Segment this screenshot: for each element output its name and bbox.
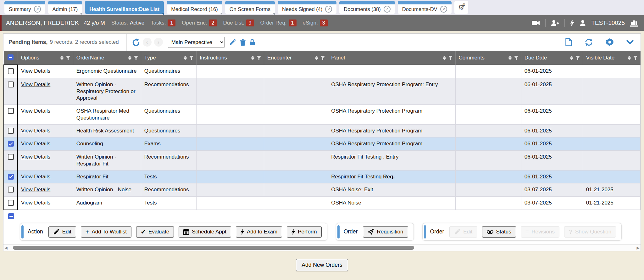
evaluate-button[interactable]: ✔Evaluate bbox=[136, 226, 174, 238]
collapse-chevron-icon[interactable] bbox=[626, 40, 634, 44]
column-header-type[interactable]: Type bbox=[141, 51, 196, 65]
view-details-link[interactable]: View Details bbox=[21, 141, 50, 147]
type-cell: Tests bbox=[141, 170, 196, 183]
sort-icon[interactable] bbox=[128, 56, 131, 60]
bar-chart-icon[interactable] bbox=[630, 19, 638, 27]
open-in-new-icon[interactable]: ↗ bbox=[384, 6, 391, 13]
comments-cell bbox=[455, 65, 521, 78]
counter-badge[interactable]: 1 bbox=[289, 20, 297, 26]
edit-button[interactable]: Edit bbox=[48, 226, 76, 238]
lock-perspective-icon[interactable] bbox=[250, 39, 255, 46]
tab-documents-38[interactable]: Documents (38)↗ bbox=[339, 1, 395, 14]
row-checkbox[interactable] bbox=[8, 141, 14, 147]
counter-badge[interactable]: 1 bbox=[168, 20, 175, 26]
prev-perspective-icon[interactable]: ‹ bbox=[143, 38, 152, 47]
tab-needs-signed-4[interactable]: Needs Signed (4)↗ bbox=[278, 1, 336, 14]
row-checkbox[interactable] bbox=[8, 187, 14, 193]
patient-name: ANDERSON, FREDERICK bbox=[6, 20, 79, 26]
view-details-link[interactable]: View Details bbox=[21, 154, 50, 160]
schedule-appt-button[interactable]: Schedule Appt bbox=[179, 226, 231, 238]
column-header-ordername[interactable]: OrderName bbox=[73, 51, 141, 65]
tab-summary[interactable]: Summary↗ bbox=[4, 1, 45, 14]
filter-icon[interactable] bbox=[134, 56, 138, 60]
edit-perspective-icon[interactable] bbox=[230, 39, 236, 45]
column-header-due-date[interactable]: Due Date bbox=[521, 51, 583, 65]
column-header-comments[interactable]: Comments bbox=[455, 51, 521, 65]
counter-badge[interactable]: 3 bbox=[320, 20, 328, 26]
open-in-new-icon[interactable]: ↗ bbox=[34, 6, 41, 13]
filter-icon[interactable] bbox=[189, 56, 194, 60]
column-header-panel[interactable]: Panel bbox=[328, 51, 455, 65]
counter-badge[interactable]: 2 bbox=[209, 20, 217, 26]
view-details-link[interactable]: View Details bbox=[21, 128, 50, 134]
open-in-new-icon[interactable]: ↗ bbox=[325, 6, 332, 13]
filter-icon[interactable] bbox=[514, 56, 519, 60]
status-button[interactable]: Status bbox=[482, 226, 516, 238]
view-details-link[interactable]: View Details bbox=[21, 174, 50, 180]
delete-perspective-icon[interactable] bbox=[240, 39, 246, 46]
filter-icon[interactable] bbox=[320, 56, 325, 60]
next-perspective-icon[interactable]: › bbox=[154, 38, 163, 47]
comments-cell bbox=[455, 105, 521, 125]
sort-icon[interactable] bbox=[570, 56, 573, 60]
column-header-visible-date[interactable]: Visible Date bbox=[583, 51, 640, 65]
sort-icon[interactable] bbox=[315, 56, 318, 60]
row-checkbox[interactable] bbox=[8, 174, 14, 180]
perform-button[interactable]: Perform bbox=[287, 226, 321, 238]
filter-icon[interactable] bbox=[66, 56, 70, 60]
row-checkbox[interactable] bbox=[8, 108, 14, 114]
new-document-icon[interactable] bbox=[565, 38, 572, 46]
tab-medical-record-16[interactable]: Medical Record (16) bbox=[167, 1, 222, 14]
sort-icon[interactable] bbox=[508, 56, 512, 60]
row-checkbox[interactable] bbox=[8, 81, 14, 87]
view-details-link[interactable]: View Details bbox=[21, 200, 50, 206]
filter-icon[interactable] bbox=[633, 56, 638, 60]
tab-admin-17[interactable]: Admin (17) bbox=[48, 1, 82, 14]
refresh-icon[interactable] bbox=[585, 38, 593, 46]
sort-icon[interactable] bbox=[251, 56, 254, 60]
view-details-link[interactable]: View Details bbox=[21, 108, 50, 114]
add-to-exam-button[interactable]: Add to Exam bbox=[236, 226, 282, 238]
row-checkbox[interactable] bbox=[8, 200, 14, 206]
bolt-icon[interactable] bbox=[570, 20, 574, 26]
row-checkbox[interactable] bbox=[8, 128, 14, 134]
scroll-right-icon[interactable]: ▶ bbox=[636, 246, 641, 250]
header-select-all-checkbox[interactable] bbox=[8, 54, 14, 60]
tab-on-screen-forms[interactable]: On Screen Forms bbox=[225, 1, 275, 14]
view-details-link[interactable]: View Details bbox=[21, 81, 50, 87]
view-details-link[interactable]: View Details bbox=[21, 68, 50, 74]
instructions-cell bbox=[196, 105, 264, 125]
add-person-icon[interactable] bbox=[551, 20, 559, 26]
view-details-link[interactable]: View Details bbox=[21, 187, 50, 193]
filter-icon[interactable] bbox=[448, 56, 453, 60]
encounter-cell bbox=[264, 183, 328, 197]
user-icon[interactable] bbox=[580, 20, 586, 26]
requisition-button[interactable]: Requisition bbox=[363, 226, 408, 238]
sort-icon[interactable] bbox=[443, 56, 446, 60]
filter-icon[interactable] bbox=[575, 56, 580, 60]
column-header-encounter[interactable]: Encounter bbox=[264, 51, 328, 65]
sort-icon[interactable] bbox=[628, 56, 631, 60]
tab-health-surveillance-due-list[interactable]: Health Surveillance:Due List bbox=[85, 1, 164, 14]
add-to-waitlist-button[interactable]: +Add To Waitlist bbox=[81, 226, 131, 238]
open-in-new-icon[interactable]: ↗ bbox=[440, 6, 447, 13]
perspective-select[interactable]: Main Perspective bbox=[168, 37, 225, 48]
tab-documents-dv[interactable]: Documents-DV↗ bbox=[398, 1, 452, 14]
row-checkbox[interactable] bbox=[8, 68, 14, 74]
scroll-left-icon[interactable]: ◀ bbox=[3, 246, 8, 250]
horizontal-scrollbar[interactable]: ◀ ▶ bbox=[3, 244, 641, 251]
sort-icon[interactable] bbox=[184, 56, 187, 60]
filter-icon[interactable] bbox=[257, 56, 261, 60]
counter-badge[interactable]: 9 bbox=[246, 20, 254, 26]
settings-gear-icon[interactable] bbox=[606, 38, 614, 46]
select-all-checkbox[interactable] bbox=[8, 213, 14, 219]
undo-icon[interactable] bbox=[132, 38, 140, 47]
column-header-options[interactable]: Options bbox=[18, 51, 73, 65]
column-header-instructions[interactable]: Instructions bbox=[196, 51, 264, 65]
scrollbar-thumb[interactable] bbox=[13, 246, 414, 250]
add-new-orders-button[interactable]: Add New Orders bbox=[296, 259, 348, 271]
video-camera-icon[interactable] bbox=[532, 20, 540, 26]
sort-icon[interactable] bbox=[60, 56, 64, 60]
row-checkbox[interactable] bbox=[8, 154, 14, 160]
tab-settings-button[interactable]: ⚙⚙ bbox=[454, 1, 468, 14]
